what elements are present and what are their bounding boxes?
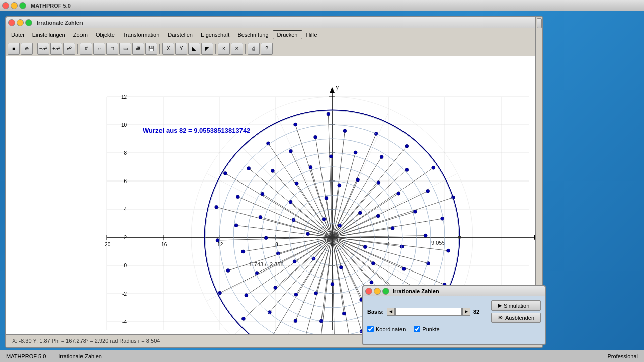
ausblenden-label: Ausblenden — [505, 315, 534, 321]
simulation-icon: ▶ — [498, 302, 502, 309]
dialog-body: Basis: ◀ ▶ 82 ▶ Simulation 👁 — [363, 296, 545, 336]
slider-left[interactable]: ◀ — [387, 308, 395, 316]
toolbar: ■ ⊕ −☍ +☍ ☍ # ↔ □ ▭ 🖶 💾 X Y ◣ ◤ × — [6, 41, 542, 56]
menu-datei[interactable]: Datei — [7, 31, 28, 39]
menu-zoom[interactable]: Zoom — [69, 31, 92, 39]
scrollbar-vertical[interactable] — [535, 17, 542, 296]
toolbar-grid[interactable]: # — [80, 43, 92, 55]
ausblenden-button[interactable]: 👁 Ausblenden — [491, 313, 541, 323]
dialog-min-btn[interactable] — [374, 288, 381, 295]
dialog-max-btn[interactable] — [382, 288, 389, 295]
koordinaten-checkbox[interactable] — [367, 326, 374, 332]
koordinaten-label[interactable]: Koordinaten — [367, 326, 406, 332]
menu-hilfe[interactable]: Hilfe — [302, 31, 321, 39]
toolbar-square[interactable]: □ — [106, 43, 118, 55]
statusbar: MATHPROF 5.0 Irrationale Zahlen Professi… — [0, 350, 644, 362]
menu-einstellungen[interactable]: Einstellungen — [28, 31, 69, 39]
ausblenden-icon: 👁 — [498, 315, 503, 321]
menu-eigenschaft[interactable]: Eigenschaft — [197, 31, 233, 39]
menubar: Datei Einstellungen Zoom Objekte Transfo… — [6, 28, 542, 41]
menu-darstellen[interactable]: Darstellen — [164, 31, 197, 39]
toolbar-zoom-out[interactable]: −☍ — [37, 43, 49, 55]
inner-window-title: Irrationale Zahlen — [37, 20, 83, 26]
dialog-titlebar: Irrationale Zahlen — [363, 286, 545, 296]
dialog-close-btn[interactable] — [365, 288, 372, 295]
menu-drucken[interactable]: Drucken — [273, 30, 302, 39]
punkte-checkbox[interactable] — [414, 326, 420, 332]
inner-close-btn[interactable] — [8, 19, 15, 26]
inner-min-btn[interactable] — [17, 19, 24, 26]
toolbar-obj1[interactable]: ◣ — [188, 43, 200, 55]
toolbar-print[interactable]: 🖶 — [132, 43, 144, 55]
inner-max-btn[interactable] — [25, 19, 32, 26]
coord-display: X: -8.30 Y: 1.87 Phi = 167.278° = 2.920 … — [8, 338, 164, 344]
dialog-title: Irrationale Zahlen — [393, 288, 439, 294]
slider-right[interactable]: ▶ — [462, 308, 470, 316]
basis-value: 82 — [473, 309, 486, 315]
toolbar-sep3 — [159, 44, 160, 54]
status-window-name: Irrationale Zahlen — [52, 350, 108, 362]
toolbar-close2[interactable]: ✕ — [231, 43, 243, 55]
toolbar-coords[interactable]: ⊕ — [21, 43, 33, 55]
outer-body: Irrationale Zahlen Datei Einstellungen Z… — [0, 11, 644, 362]
toolbar-rect[interactable]: ▭ — [119, 43, 131, 55]
scrollbar-thumb-v[interactable] — [537, 18, 542, 28]
toolbar-obj2[interactable]: ◤ — [201, 43, 213, 55]
toolbar-fit[interactable]: ↔ — [93, 43, 105, 55]
inner-titlebar: Irrationale Zahlen — [6, 17, 542, 28]
outer-window: MATHPROF 5.0 Irrationale Zahlen Datei Ei… — [0, 0, 644, 362]
simulation-label: Simulation — [504, 303, 529, 309]
slider-track[interactable] — [395, 308, 462, 316]
basis-row: Basis: ◀ ▶ 82 ▶ Simulation 👁 — [367, 300, 541, 323]
max-btn[interactable] — [19, 2, 26, 9]
toolbar-close-x[interactable]: × — [218, 43, 230, 55]
toolbar-zoom-reset[interactable]: ☍ — [63, 43, 75, 55]
min-btn[interactable] — [11, 2, 18, 9]
dialog-irrationale: Irrationale Zahlen Basis: ◀ ▶ 82 ▶ Simul… — [362, 285, 546, 345]
toolbar-sep4 — [215, 44, 216, 54]
dialog-buttons: ▶ Simulation 👁 Ausblenden — [491, 300, 541, 323]
outer-titlebar: MATHPROF 5.0 — [0, 0, 644, 11]
toolbar-sep5 — [245, 44, 246, 54]
outer-window-title: MATHPROF 5.0 — [31, 3, 71, 9]
toolbar-help[interactable]: ? — [261, 43, 273, 55]
punkte-label[interactable]: Punkte — [414, 326, 439, 332]
menu-transformation[interactable]: Transformation — [119, 31, 164, 39]
menu-beschriftung[interactable]: Beschriftung — [233, 31, 272, 39]
menu-objekte[interactable]: Objekte — [92, 31, 119, 39]
close-btn[interactable] — [2, 2, 9, 9]
checkbox-row: Koordinaten Punkte — [367, 326, 541, 332]
toolbar-sep1 — [35, 44, 35, 54]
toolbar-axis-x[interactable]: X — [162, 43, 174, 55]
toolbar-print2[interactable]: ⎙ — [248, 43, 260, 55]
toolbar-cursor[interactable]: ■ — [8, 43, 20, 55]
simulation-button[interactable]: ▶ Simulation — [491, 300, 541, 311]
slider-container: ◀ ▶ — [387, 308, 470, 316]
status-app-name: MATHPROF 5.0 — [0, 350, 52, 362]
basis-label: Basis: — [367, 309, 384, 315]
toolbar-export[interactable]: 💾 — [145, 43, 157, 55]
toolbar-zoom-in[interactable]: +☍ — [50, 43, 62, 55]
toolbar-sep2 — [77, 44, 78, 54]
status-edition: Professional — [601, 350, 644, 362]
toolbar-axis-y[interactable]: Y — [175, 43, 187, 55]
